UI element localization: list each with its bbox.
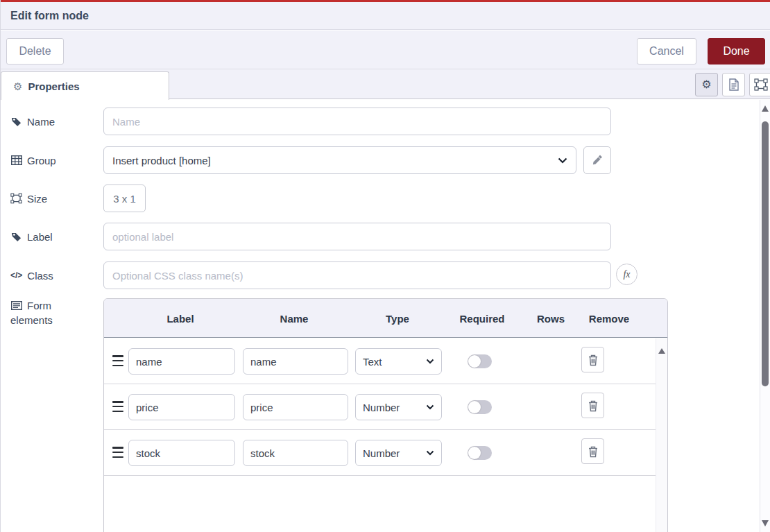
gear-icon: ⚙ bbox=[701, 79, 711, 90]
chevron-down-icon bbox=[426, 450, 434, 456]
form-icon bbox=[10, 301, 22, 310]
column-header-label: Label bbox=[166, 312, 194, 324]
element-name-input[interactable] bbox=[243, 348, 348, 375]
group-select-value: Insert product [home] bbox=[112, 155, 211, 166]
name-field-label-text: Name bbox=[27, 116, 55, 128]
drag-handle-icon[interactable] bbox=[112, 447, 123, 458]
scroll-up-arrow-icon[interactable] bbox=[762, 105, 769, 112]
element-label-input[interactable] bbox=[128, 440, 235, 466]
remove-element-button[interactable] bbox=[581, 438, 604, 464]
name-input[interactable] bbox=[103, 108, 611, 135]
column-header-rows: Rows bbox=[537, 312, 565, 324]
scrollbar-thumb[interactable] bbox=[762, 121, 769, 386]
tab-properties[interactable]: ⚙ Properties bbox=[1, 71, 169, 100]
editor-tool-buttons: ⚙ bbox=[695, 73, 770, 96]
form-elements-field-label: Form elements bbox=[10, 300, 53, 326]
column-header-remove: Remove bbox=[589, 312, 629, 324]
size-field-label: Size bbox=[10, 185, 47, 212]
element-type-select[interactable]: Number bbox=[355, 394, 442, 420]
expression-button[interactable]: fx bbox=[616, 264, 638, 285]
element-label-input[interactable] bbox=[128, 394, 235, 420]
pencil-icon bbox=[592, 155, 603, 166]
scroll-down-arrow-icon[interactable] bbox=[762, 520, 769, 526]
size-button[interactable]: 3 x 1 bbox=[103, 185, 146, 212]
group-field-label-text: Group bbox=[27, 155, 56, 166]
description-view-button[interactable] bbox=[722, 73, 745, 96]
table-icon bbox=[10, 155, 22, 165]
class-field-label-text: Class bbox=[27, 270, 53, 282]
form-elements-table: Label Name Type Required Rows Remove Tex… bbox=[103, 298, 668, 532]
table-scrollbar[interactable] bbox=[656, 338, 667, 532]
cancel-button[interactable]: Cancel bbox=[637, 38, 696, 65]
form-elements-header: Label Name Type Required Rows Remove bbox=[104, 299, 667, 338]
appearance-view-button[interactable] bbox=[749, 73, 770, 96]
column-header-type: Type bbox=[386, 312, 409, 324]
element-type-value: Number bbox=[363, 402, 400, 413]
name-field-label: Name bbox=[10, 108, 55, 135]
tab-row: ⚙ Properties ⚙ bbox=[1, 69, 770, 99]
trash-icon bbox=[588, 354, 599, 366]
form-elements-label-line2: elements bbox=[10, 314, 53, 326]
element-type-value: Text bbox=[363, 356, 382, 368]
tab-properties-label: Properties bbox=[28, 80, 79, 92]
remove-element-button[interactable] bbox=[581, 347, 604, 372]
required-toggle[interactable] bbox=[468, 354, 492, 368]
remove-element-button[interactable] bbox=[581, 393, 604, 418]
element-type-value: Number bbox=[363, 447, 400, 459]
properties-gear-icon: ⚙ bbox=[13, 81, 22, 92]
chevron-down-icon bbox=[426, 359, 434, 364]
group-select[interactable]: Insert product [home] bbox=[103, 146, 576, 174]
document-icon bbox=[728, 78, 739, 91]
form-elements-body: Text Number bbox=[104, 338, 656, 532]
label-field-label: Label bbox=[10, 223, 53, 250]
form-element-row: Number bbox=[104, 384, 656, 430]
column-header-name: Name bbox=[280, 312, 309, 324]
label-input[interactable] bbox=[103, 223, 611, 250]
dialog-title: Edit form node bbox=[10, 10, 89, 22]
drag-handle-icon[interactable] bbox=[112, 401, 123, 412]
form-elements-label-line1: Form bbox=[27, 300, 51, 311]
edit-group-button[interactable] bbox=[583, 146, 611, 174]
class-field-label: </> Class bbox=[10, 261, 53, 289]
form-element-row: Text bbox=[104, 338, 656, 384]
group-field-label: Group bbox=[10, 146, 56, 174]
class-input[interactable] bbox=[103, 261, 611, 289]
properties-view-button[interactable]: ⚙ bbox=[695, 73, 718, 96]
required-toggle[interactable] bbox=[468, 400, 492, 414]
size-handles-icon bbox=[754, 78, 768, 91]
properties-panel: Name Group Insert product [home] Size 3 … bbox=[1, 100, 770, 532]
size-handles-icon bbox=[10, 193, 22, 204]
element-name-input[interactable] bbox=[243, 394, 348, 420]
dialog-header: Edit form node bbox=[1, 2, 770, 30]
drag-handle-icon[interactable] bbox=[112, 355, 123, 366]
tag-icon bbox=[10, 117, 22, 127]
trash-icon bbox=[588, 445, 599, 458]
form-element-row: Number bbox=[104, 430, 656, 476]
element-type-select[interactable]: Text bbox=[355, 348, 442, 375]
chevron-down-icon bbox=[558, 157, 567, 164]
scroll-up-arrow-icon[interactable] bbox=[658, 348, 665, 354]
tag-icon bbox=[10, 232, 22, 242]
trash-icon bbox=[588, 400, 599, 412]
panel-scrollbar[interactable] bbox=[760, 100, 770, 532]
element-name-input[interactable] bbox=[243, 440, 348, 466]
delete-button[interactable]: Delete bbox=[6, 38, 64, 65]
size-field-label-text: Size bbox=[27, 193, 47, 205]
element-label-input[interactable] bbox=[128, 348, 235, 375]
column-header-required: Required bbox=[459, 312, 504, 324]
label-field-label-text: Label bbox=[27, 231, 53, 243]
dialog-button-bar: Delete Cancel Done bbox=[1, 31, 770, 69]
chevron-down-icon bbox=[426, 404, 434, 410]
done-button[interactable]: Done bbox=[708, 38, 765, 65]
element-type-select[interactable]: Number bbox=[355, 440, 442, 466]
required-toggle[interactable] bbox=[468, 446, 492, 460]
code-icon: </> bbox=[10, 271, 22, 280]
edit-form-node-dialog: Edit form node Delete Cancel Done ⚙ Prop… bbox=[0, 0, 770, 532]
